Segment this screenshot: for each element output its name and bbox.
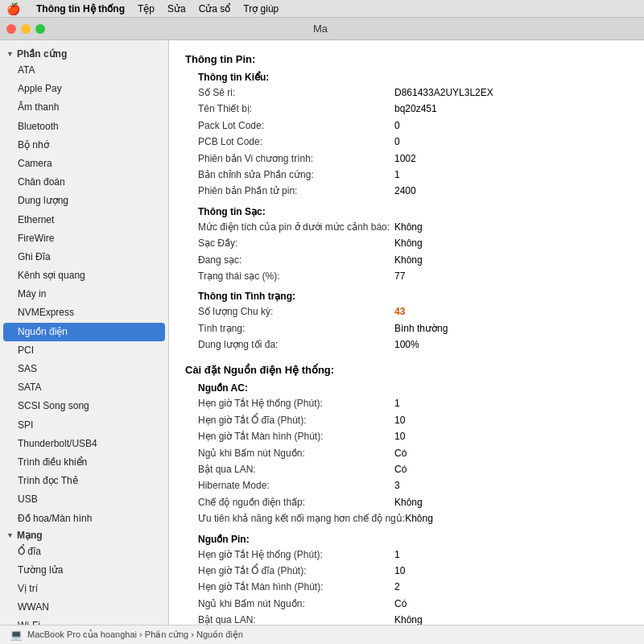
info-label: Hẹn giờ Tắt Hệ thống (Phút): [185, 395, 394, 411]
info-label: Hẹn giờ Tắt Màn hình (Phút): [185, 428, 394, 444]
menu-file[interactable]: Tệp [138, 3, 155, 14]
table-row: Hẹn giờ Tắt Màn hình (Phút):2 [185, 579, 628, 595]
sidebar-item-trình-điều-khiển[interactable]: Trình điều khiển [0, 453, 168, 472]
info-table: Mức điện tích của pin ở dưới mức cảnh bá… [185, 219, 628, 285]
info-label: Bật qua LAN: [185, 612, 394, 625]
info-table: Hẹn giờ Tắt Hệ thống (Phút):1Hẹn giờ Tắt… [185, 547, 628, 625]
menu-window[interactable]: Cửa sổ [199, 3, 231, 14]
sidebar-item-pci[interactable]: PCI [0, 341, 168, 360]
sidebar-item-apple-pay[interactable]: Apple Pay [0, 80, 168, 98]
info-value: 1 [394, 547, 400, 563]
apple-menu[interactable]: 🍎 [6, 2, 20, 15]
sidebar-item-bluetooth[interactable]: Bluetooth [0, 118, 168, 136]
sidebar-item-camera[interactable]: Camera [0, 155, 168, 173]
close-button[interactable] [6, 24, 16, 34]
info-table: Số lượng Chu kỳ:43Tình trạng:Bình thường… [185, 303, 628, 353]
info-label: Hibernate Mode: [185, 477, 394, 493]
sidebar-item-wi-fi[interactable]: Wi-Fi [0, 617, 168, 625]
info-value: Không [394, 494, 423, 510]
table-row: Đang sạc:Không [185, 252, 628, 268]
maximize-button[interactable] [35, 24, 45, 34]
sidebar-item-âm-thanh[interactable]: Âm thanh [0, 98, 168, 117]
window-title: Ma [52, 23, 589, 35]
sidebar-item-nguồn-điện[interactable]: Nguồn điện [3, 323, 165, 341]
table-row: Hẹn giờ Tắt Ổ đĩa (Phút):10 [185, 563, 628, 579]
info-label: Phiên bản Phần tử pin: [185, 183, 394, 199]
info-value: Có [394, 461, 407, 477]
info-value: 100% [394, 336, 419, 353]
info-label: Mức điện tích của pin ở dưới mức cảnh bá… [185, 219, 394, 235]
info-value: Có [394, 596, 407, 612]
info-label: Đang sạc: [185, 252, 394, 268]
table-row: Hẹn giờ Tắt Màn hình (Phút):10 [185, 428, 628, 444]
sidebar-item-wwan[interactable]: WWAN [0, 598, 168, 617]
sidebar-item-máy-in[interactable]: Máy in [0, 285, 168, 303]
info-value: 77 [394, 268, 405, 284]
info-value: 0 [394, 134, 400, 150]
info-label: Trạng thái sạc (%): [185, 268, 394, 284]
info-label: Pack Lot Code: [185, 118, 394, 134]
sidebar-item-spi[interactable]: SPI [0, 416, 168, 435]
info-value: 1002 [394, 151, 416, 167]
table-row: Trạng thái sạc (%):77 [185, 268, 628, 284]
table-row: Ưu tiên khả năng kết nối mạng hơn chế độ… [185, 510, 628, 526]
main-window: Ma ▼Phần cứngATAApple PayÂm thanhBluetoo… [0, 18, 644, 644]
sidebar-item-tường-lửa[interactable]: Tường lửa [0, 561, 168, 580]
table-row: Phiên bản Phần tử pin:2400 [185, 183, 628, 199]
table-row: Bản chỉnh sửa Phần cứng:1 [185, 167, 628, 183]
sidebar-item-ổ-đĩa[interactable]: Ổ đĩa [0, 543, 168, 561]
menu-help[interactable]: Trợ giúp [243, 3, 279, 14]
table-row: Ngủ khi Bấm nút Nguồn:Có [185, 445, 628, 461]
sidebar-item-đồ-hoa/màn-hình[interactable]: Đồ hoa/Màn hình [0, 510, 168, 528]
traffic-lights [6, 24, 45, 34]
info-label: PCB Lot Code: [185, 134, 394, 150]
sidebar-item-ethernet[interactable]: Ethernet [0, 211, 168, 229]
subsection-title: Nguồn AC: [185, 382, 628, 394]
info-label: Sạc Đầy: [185, 235, 394, 251]
info-label: Tên Thiết bị: [185, 101, 394, 117]
subsection-title: Thông tin Sạc: [185, 206, 628, 217]
sidebar-item-usb[interactable]: USB [0, 490, 168, 509]
info-value: 10 [394, 428, 405, 444]
info-value: Không [405, 510, 433, 526]
info-value: 43 [394, 303, 405, 320]
minimize-button[interactable] [21, 24, 31, 34]
info-label: Số Sê ri: [185, 85, 394, 101]
sidebar-item-vị-trí[interactable]: Vị trí [0, 580, 168, 598]
menu-edit[interactable]: Sửa [167, 3, 186, 14]
sidebar-item-bộ-nhớ[interactable]: Bộ nhớ [0, 136, 168, 155]
table-row: PCB Lot Code:0 [185, 134, 628, 150]
table-row: Hẹn giờ Tắt Ổ đĩa (Phút):10 [185, 412, 628, 428]
info-label: Hẹn giờ Tắt Ổ đĩa (Phút): [185, 563, 394, 579]
info-label: Dung lượng tối đa: [185, 336, 394, 353]
sidebar-item-trình-đọc-thẻ[interactable]: Trình đọc Thẻ [0, 472, 168, 490]
sidebar-item-scsi-song-song[interactable]: SCSI Song song [0, 397, 168, 415]
sidebar-item-firewire[interactable]: FireWire [0, 229, 168, 248]
info-value: Có [394, 445, 407, 461]
sidebar-item-ata[interactable]: ATA [0, 61, 168, 80]
info-value: 3 [394, 477, 400, 493]
table-row: Hibernate Mode:3 [185, 477, 628, 493]
table-row: Ngủ khi Bấm nút Nguồn:Có [185, 596, 628, 612]
section-title: Cài đặt Nguồn điện Hệ thống: [185, 364, 628, 376]
sidebar-item-dung-lượng[interactable]: Dung lượng [0, 192, 168, 210]
titlebar: Ma [0, 18, 644, 40]
sidebar-item-thunderbolt/usb4[interactable]: Thunderbolt/USB4 [0, 435, 168, 453]
sidebar-item-sas[interactable]: SAS [0, 360, 168, 378]
sidebar-section-1[interactable]: ▼Mạng [0, 528, 168, 543]
info-label: Số lượng Chu kỳ: [185, 303, 394, 320]
sidebar-item-nvmexpress[interactable]: NVMExpress [0, 303, 168, 322]
sidebar-item-chân-đoán[interactable]: Chân đoán [0, 173, 168, 192]
table-row: Số lượng Chu kỳ:43 [185, 303, 628, 320]
main-panel: Thông tin Pin:Thông tin Kiểu:Số Sê ri:D8… [169, 40, 644, 625]
table-row: Bật qua LAN:Không [185, 612, 628, 625]
sidebar-item-kênh-sợi-quang[interactable]: Kênh sợi quang [0, 266, 168, 285]
sidebar-item-sata[interactable]: SATA [0, 378, 168, 397]
table-row: Phiên bản Vi chương trình:1002 [185, 151, 628, 167]
subsection-title: Thông tin Tình trạng: [185, 291, 628, 302]
sidebar-section-0[interactable]: ▼Phần cứng [0, 47, 168, 61]
chevron-icon: ▼ [6, 531, 14, 539]
chevron-icon: ▼ [6, 50, 14, 58]
sidebar-item-ghi-đĩa[interactable]: Ghi Đĩa [0, 248, 168, 266]
table-row: Pack Lot Code:0 [185, 118, 628, 134]
